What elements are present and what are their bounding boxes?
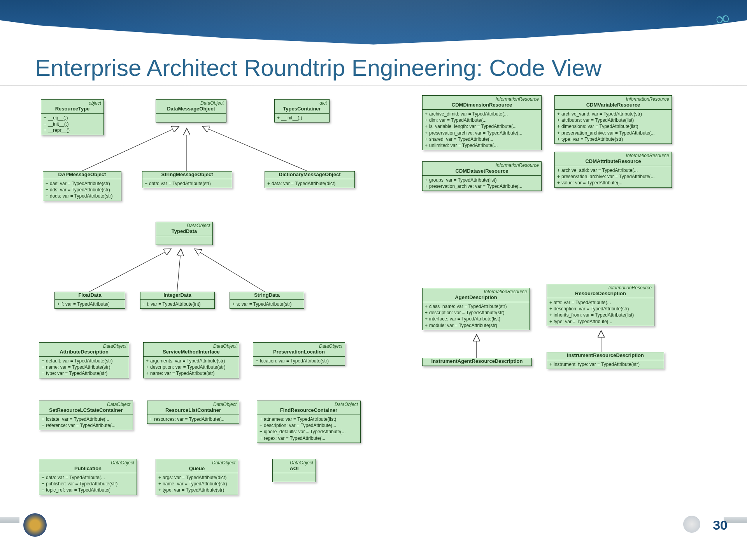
- uml-class-InstrumentAgentResourceDescription[interactable]: InstrumentAgentResourceDescription: [422, 358, 532, 366]
- class-name: CDMVariableResource: [555, 102, 672, 110]
- uml-class-DictionaryMessageObject[interactable]: DictionaryMessageObject+data: var = Type…: [265, 171, 355, 188]
- svg-line-2: [202, 126, 307, 171]
- class-name: AOI: [273, 466, 316, 473]
- uml-class-CDMAttributeResource[interactable]: InformationResourceCDMAttributeResource+…: [554, 152, 672, 188]
- attributes: +class_name: var = TypedAttribute(str)+d…: [423, 302, 530, 330]
- class-name: DictionaryMessageObject: [265, 172, 354, 179]
- uml-class-SetResourceLCStateContainer[interactable]: DataObjectSetResourceLCStateContainer+lc…: [39, 401, 133, 430]
- uml-class-DataMessageObject[interactable]: DataObjectDataMessageObject: [156, 99, 226, 122]
- attributes: +resources: var = TypedAttribute(...: [147, 415, 239, 424]
- class-name: SetResourceLCStateContainer: [39, 407, 133, 415]
- page-number: 30: [713, 518, 728, 533]
- class-name: AgentDescription: [423, 294, 530, 302]
- seal-icon: [23, 513, 47, 537]
- class-name: ResourceListContainer: [147, 407, 239, 415]
- class-name: ResourceType: [41, 106, 103, 114]
- attributes: +lcstate: var = TypedAttribute(...+refer…: [39, 415, 133, 430]
- uml-class-StringData[interactable]: StringData+s: var = TypedAttribute(str): [230, 292, 304, 309]
- class-name: TypedData: [156, 228, 212, 236]
- uml-class-TypesContainer[interactable]: dictTypesContainer+__init__(;): [274, 99, 330, 122]
- stereotype: DataObject: [39, 343, 129, 349]
- class-name: InstrumentAgentResourceDescription: [423, 358, 531, 366]
- uml-class-InstrumentResourceDescription[interactable]: InstrumentResourceDescription+instrument…: [547, 352, 664, 369]
- uml-class-CDMDatasetResource[interactable]: InformationResourceCDMDatasetResource+gr…: [422, 161, 542, 191]
- stereotype: DataObject: [156, 459, 238, 466]
- attributes: +default: var = TypedAttribute(str)+name…: [39, 357, 129, 378]
- attributes: +__init__(;): [275, 114, 329, 122]
- diagram-canvas: objectResourceType+__eq__(;)+__init__(;)…: [0, 93, 747, 552]
- uml-class-CDMDimensionResource[interactable]: InformationResourceCDMDimensionResource+…: [422, 95, 542, 150]
- uml-class-IntegerData[interactable]: IntegerData+i: var = TypedAttribute(int): [140, 292, 215, 309]
- title-underline: [0, 85, 747, 86]
- attributes: +__eq__(;)+__init__(;)+__repr__(): [41, 114, 103, 135]
- class-name: CDMAttributeResource: [555, 158, 672, 166]
- uml-class-TypedData[interactable]: DataObjectTypedData: [156, 222, 213, 245]
- stereotype: InformationResource: [555, 96, 672, 102]
- class-name: ResourceDescription: [547, 290, 654, 298]
- uml-class-ServiceMethodInterface[interactable]: DataObjectServiceMethodInterface+argumen…: [143, 342, 239, 378]
- attributes: [156, 236, 212, 245]
- attributes: +data: var = TypedAttribute(...+publishe…: [39, 473, 137, 495]
- stereotype: DataObject: [253, 343, 345, 349]
- uml-class-PreservationLocation[interactable]: DataObjectPreservationLocation+location:…: [253, 342, 345, 366]
- class-name: Queue: [156, 466, 238, 473]
- attributes: +f: var = TypedAttribute(: [55, 300, 125, 308]
- uml-class-DAPMessageObject[interactable]: DAPMessageObject+das: var = TypedAttribu…: [43, 171, 121, 201]
- uml-class-ResourceDescription[interactable]: InformationResourceResourceDescription+a…: [547, 284, 654, 326]
- class-name: FindResourceContainer: [257, 407, 360, 415]
- attributes: +attnames: var = TypedAttribute(list)+de…: [257, 415, 360, 443]
- stereotype: DataObject: [39, 401, 133, 407]
- class-name: CDMDimensionResource: [423, 102, 541, 110]
- stereotype: InformationResource: [423, 162, 541, 168]
- uml-class-StringMessageObject[interactable]: StringMessageObject+data: var = TypedAtt…: [142, 171, 232, 188]
- class-name: PreservationLocation: [253, 349, 345, 357]
- stereotype: InformationResource: [547, 284, 654, 290]
- class-name: DataMessageObject: [156, 106, 226, 114]
- attributes: +instrument_type: var = TypedAttribute(s…: [547, 360, 664, 369]
- stereotype: DataObject: [156, 100, 226, 106]
- uml-class-ResourceListContainer[interactable]: DataObjectResourceListContainer+resource…: [147, 401, 239, 424]
- class-name: InstrumentResourceDescription: [547, 352, 664, 360]
- attributes: +data: var = TypedAttribute(str): [142, 179, 232, 188]
- class-name: TypesContainer: [275, 106, 329, 114]
- uml-class-FloatData[interactable]: FloatData+f: var = TypedAttribute(: [54, 292, 125, 309]
- class-name: FloatData: [55, 292, 125, 300]
- uml-class-Publication[interactable]: DataObjectPublication+data: var = TypedA…: [39, 459, 137, 495]
- class-name: StringMessageObject: [142, 172, 232, 179]
- attributes: +args: var = TypedAttribute(dict)+name: …: [156, 473, 238, 495]
- attributes: +location: var = TypedAttribute(str): [253, 357, 345, 365]
- uml-class-AOI[interactable]: DataObjectAOI: [272, 459, 316, 482]
- attributes: +das: var = TypedAttribute(str)+dds: var…: [43, 179, 121, 201]
- stereotype: DataObject: [257, 401, 360, 407]
- svg-line-4: [177, 249, 181, 292]
- attributes: +archive_varid: var = TypedAttribute(str…: [555, 110, 672, 144]
- uml-class-AgentDescription[interactable]: InformationResourceAgentDescription+clas…: [422, 288, 530, 330]
- stereotype: InformationResource: [423, 96, 541, 102]
- attributes: +archive_attid: var = TypedAttribute(...…: [555, 166, 672, 187]
- attributes: +archive_dimid: var = TypedAttribute(...…: [423, 110, 541, 150]
- class-name: DAPMessageObject: [43, 172, 121, 179]
- attributes: +i: var = TypedAttribute(int): [140, 300, 214, 308]
- class-name: StringData: [230, 292, 304, 300]
- uml-class-ResourceType[interactable]: objectResourceType+__eq__(;)+__init__(;)…: [41, 99, 104, 135]
- attributes: +s: var = TypedAttribute(str): [230, 300, 304, 308]
- uml-class-CDMVariableResource[interactable]: InformationResourceCDMVariableResource+a…: [554, 95, 672, 144]
- stereotype: DataObject: [144, 343, 239, 349]
- stereotype: dict: [275, 100, 329, 106]
- uml-class-Queue[interactable]: DataObjectQueue+args: var = TypedAttribu…: [156, 459, 238, 495]
- page-title: Enterprise Architect Roundtrip Engineeri…: [35, 54, 601, 81]
- class-name: IntegerData: [140, 292, 214, 300]
- class-name: Publication: [39, 466, 137, 473]
- stereotype: DataObject: [273, 459, 316, 466]
- attributes: +data: var = TypedAttribute(dict): [265, 179, 354, 188]
- attributes: [156, 114, 226, 122]
- attributes: +atts: var = TypedAttribute(...+descript…: [547, 298, 654, 326]
- footer-bar-left: [0, 517, 19, 523]
- attributes: +groups: var = TypedAttribute(list)+pres…: [423, 176, 541, 191]
- attributes: [273, 473, 316, 482]
- uml-class-AttributeDescription[interactable]: DataObjectAttributeDescription+default: …: [39, 342, 129, 378]
- uml-class-FindResourceContainer[interactable]: DataObjectFindResourceContainer+attnames…: [257, 401, 361, 443]
- class-name: AttributeDescription: [39, 349, 129, 357]
- svg-line-3: [89, 249, 171, 292]
- badge-icon: [683, 516, 700, 533]
